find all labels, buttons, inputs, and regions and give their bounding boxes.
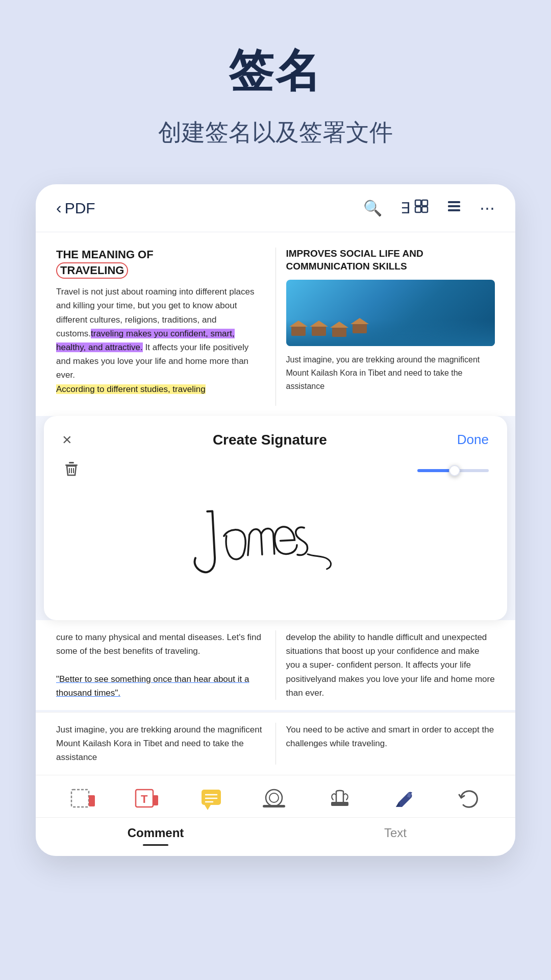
svg-rect-2 [415, 207, 421, 212]
bungalow-3 [332, 327, 346, 337]
main-title: 签名 [229, 41, 322, 102]
tool-undo[interactable] [455, 786, 481, 812]
svg-point-22 [269, 793, 279, 802]
more-icon[interactable]: ⋯ [480, 199, 495, 217]
list-icon[interactable] [447, 199, 461, 217]
main-card: ‹ PDF 🔍 ∃ [36, 184, 515, 856]
col2-body: Just imagine, you are trekking around th… [286, 353, 495, 393]
lower-right-text1: develop the ability to handle difficult … [286, 630, 495, 700]
col-divider-lower [276, 630, 276, 700]
svg-rect-1 [422, 200, 428, 206]
lower2-right-text: You need to be active and smart in order… [286, 723, 495, 750]
handstamp-icon-wrapper [327, 786, 353, 812]
svg-point-21 [266, 790, 282, 806]
svg-rect-12 [71, 790, 89, 807]
back-chevron-icon: ‹ [56, 199, 62, 217]
pdf-lower-left: cure to many physical and mental disease… [51, 630, 270, 700]
tab-text[interactable]: Text [276, 826, 515, 846]
pdf-col-left: THE MEANING OF TRAVELING Travel is not j… [51, 248, 270, 406]
svg-rect-5 [448, 205, 460, 207]
grid-icon[interactable]: ∃ [400, 199, 429, 217]
page-wrapper: 签名 创建签名以及签署文件 ‹ PDF 🔍 ∃ [0, 0, 551, 980]
pdf-lower-content2: Just imagine, you are trekking around th… [36, 712, 515, 775]
stroke-width-slider[interactable] [417, 469, 489, 472]
article-title-line1: THE MEANING OF [56, 248, 154, 261]
svg-rect-3 [422, 207, 428, 212]
sig-header: × Create Signature Done [62, 430, 489, 449]
signature-text [165, 482, 385, 610]
bungalow-1 [291, 326, 306, 336]
travel-image [286, 280, 495, 346]
article-title: THE MEANING OF TRAVELING [56, 248, 265, 279]
text-icon-wrapper: T [134, 786, 161, 812]
tool-stamp-circle[interactable] [262, 786, 289, 812]
tab-comment-label: Comment [128, 826, 184, 840]
pdf-topbar: ‹ PDF 🔍 ∃ [36, 184, 515, 232]
bungalow-4 [353, 323, 367, 333]
lower-left-quote: "Better to see something once than hear … [56, 672, 265, 700]
svg-rect-16 [153, 795, 158, 805]
article-body: Travel is not just about roaming into di… [56, 285, 265, 396]
quote-text: "Better to see something once than hear … [56, 674, 249, 698]
svg-rect-23 [263, 805, 285, 807]
pen-icon-wrapper [390, 786, 417, 812]
pdf-content-top: THE MEANING OF TRAVELING Travel is not j… [36, 232, 515, 416]
svg-rect-0 [415, 200, 421, 206]
tab-comment[interactable]: Comment [36, 826, 276, 846]
sig-close-button[interactable]: × [62, 430, 83, 449]
article-highlight-yellow: According to different studies, travelin… [56, 384, 206, 394]
sig-done-button[interactable]: Done [457, 432, 489, 448]
comment-icon-wrapper [198, 786, 224, 812]
col-divider [276, 248, 276, 406]
slider-thumb [449, 465, 460, 476]
tool-handstamp[interactable] [327, 786, 353, 812]
signature-canvas[interactable] [62, 489, 489, 602]
bungalow-2 [312, 326, 326, 336]
article-title-highlight: TRAVELING [56, 262, 128, 279]
col-divider-lower2 [276, 723, 276, 765]
selection-icon-wrapper [70, 786, 96, 812]
stamp-circle-icon-wrapper [262, 786, 289, 812]
lower-left-text1: cure to many physical and mental disease… [56, 630, 265, 658]
sig-title: Create Signature [83, 432, 457, 448]
annotation-toolbar: T [36, 775, 515, 817]
svg-rect-8 [69, 462, 74, 463]
trash-icon[interactable] [62, 459, 81, 481]
bottom-tabs: Comment Text [36, 817, 515, 856]
pdf-back-button[interactable]: ‹ PDF [56, 199, 95, 217]
tab-comment-underline [143, 844, 168, 846]
signature-panel: × Create Signature Done [44, 416, 507, 620]
svg-rect-24 [331, 802, 348, 806]
sub-title: 创建签名以及签署文件 [158, 117, 393, 149]
tab-text-label: Text [384, 826, 407, 840]
pdf-lower-content: cure to many physical and mental disease… [36, 620, 515, 710]
svg-rect-4 [448, 201, 460, 203]
tool-pen[interactable] [390, 786, 417, 812]
pdf-toolbar-icons: 🔍 ∃ ⋯ [363, 199, 495, 217]
slider-track [417, 469, 489, 472]
lower2-left-text: Just imagine, you are trekking around th… [56, 723, 265, 765]
col2-title: IMPROVES SOCIAL LIFE AND COMMUNICATION S… [286, 248, 495, 273]
pdf-lower-right: develop the ability to handle difficult … [281, 630, 500, 700]
pdf-col-right: IMPROVES SOCIAL LIFE AND COMMUNICATION S… [281, 248, 500, 406]
svg-rect-17 [202, 790, 221, 805]
svg-text:T: T [141, 793, 148, 805]
sig-tools [62, 459, 489, 481]
pdf-lower2-right: You need to be active and smart in order… [281, 723, 500, 765]
search-icon[interactable]: 🔍 [363, 199, 382, 217]
undo-icon-wrapper [455, 786, 481, 812]
tool-text[interactable]: T [134, 786, 161, 812]
tool-selection[interactable] [70, 786, 96, 812]
svg-rect-13 [89, 795, 95, 806]
pdf-lower2-left: Just imagine, you are trekking around th… [51, 723, 270, 765]
pdf-back-label: PDF [65, 200, 95, 217]
tool-comment[interactable] [198, 786, 224, 812]
svg-rect-6 [448, 209, 460, 211]
